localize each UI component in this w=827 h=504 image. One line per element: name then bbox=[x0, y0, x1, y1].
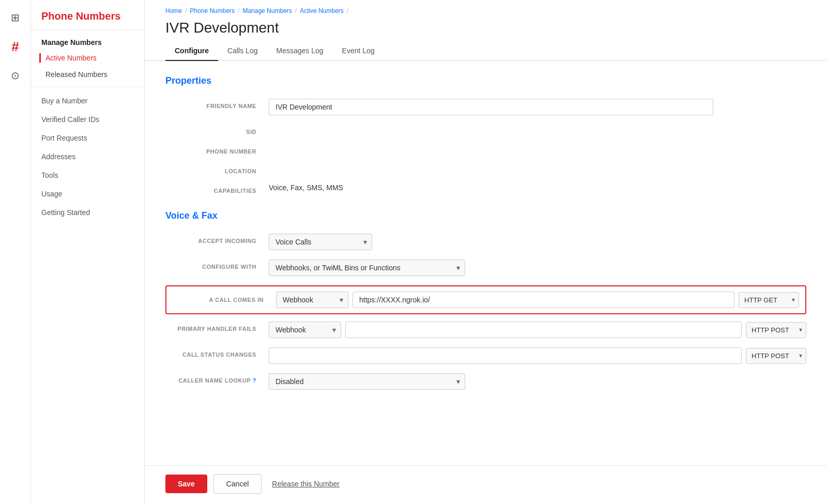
location-label: LOCATION bbox=[165, 164, 269, 174]
call-comes-in-label: A CALL COMES IN bbox=[173, 297, 276, 303]
accept-incoming-label: ACCEPT INCOMING bbox=[165, 234, 269, 244]
capabilities-label: CAPABILITIES bbox=[165, 184, 269, 194]
configure-with-select[interactable]: Webhooks, or TwiML Bins or Functions Twi… bbox=[269, 259, 465, 276]
sidebar-item-released-numbers[interactable]: Released Numbers bbox=[31, 66, 144, 83]
call-status-row: CALL STATUS CHANGES HTTP POST HTTP GET bbox=[165, 347, 806, 364]
breadcrumb-active-numbers[interactable]: Active Numbers bbox=[300, 7, 344, 14]
grid-icon[interactable]: ⊞ bbox=[6, 8, 25, 27]
caller-name-help-icon[interactable]: ? bbox=[253, 377, 256, 384]
call-status-http-select[interactable]: HTTP POST HTTP GET bbox=[746, 348, 806, 364]
breadcrumb-sep3: / bbox=[295, 7, 297, 14]
primary-handler-http-select[interactable]: HTTP POST HTTP GET bbox=[746, 322, 806, 338]
primary-handler-label: PRIMARY HANDLER FAILS bbox=[165, 322, 269, 332]
configure-with-label: CONFIGURE WITH bbox=[165, 259, 269, 270]
icon-bar: ⊞ # ⊙ bbox=[0, 0, 31, 504]
breadcrumb-home[interactable]: Home bbox=[165, 7, 182, 14]
breadcrumb-phone-numbers[interactable]: Phone Numbers bbox=[190, 7, 235, 14]
call-comes-in-controls: Webhook TwiML Bin Function Studio Flow H… bbox=[276, 292, 799, 308]
accept-incoming-select-wrapper: Voice Calls Fax Only Voice & Fax bbox=[269, 234, 372, 250]
primary-handler-row: PRIMARY HANDLER FAILS Webhook TwiML Bin … bbox=[165, 322, 806, 338]
accept-incoming-select[interactable]: Voice Calls Fax Only Voice & Fax bbox=[269, 234, 372, 250]
properties-section: Properties FRIENDLY NAME SID PHONE NUMBE… bbox=[165, 75, 806, 194]
call-comes-in-row: A CALL COMES IN Webhook TwiML Bin Functi… bbox=[165, 285, 806, 314]
sidebar: Phone Numbers Manage Numbers Active Numb… bbox=[31, 0, 145, 504]
configure-with-value: Webhooks, or TwiML Bins or Functions Twi… bbox=[269, 259, 713, 276]
save-button[interactable]: Save bbox=[165, 475, 207, 493]
sidebar-item-buy-number[interactable]: Buy a Number bbox=[31, 91, 144, 110]
tab-calls-log[interactable]: Calls Log bbox=[218, 41, 267, 61]
tab-configure[interactable]: Configure bbox=[165, 41, 218, 61]
capabilities-text: Voice, Fax, SMS, MMS bbox=[269, 179, 343, 196]
breadcrumb-manage-numbers[interactable]: Manage Numbers bbox=[242, 7, 292, 14]
call-status-http-wrapper: HTTP POST HTTP GET bbox=[746, 348, 806, 364]
breadcrumb-sep4: / bbox=[347, 7, 348, 14]
call-status-controls: HTTP POST HTTP GET bbox=[269, 347, 806, 364]
sidebar-item-tools[interactable]: Tools bbox=[31, 166, 144, 185]
properties-title: Properties bbox=[165, 75, 806, 86]
caller-name-row: CALLER NAME LOOKUP ? Disabled Enabled bbox=[165, 373, 806, 390]
caller-name-value: Disabled Enabled bbox=[269, 373, 713, 390]
call-comes-in-type-select[interactable]: Webhook TwiML Bin Function Studio Flow bbox=[276, 292, 348, 308]
accept-incoming-row: ACCEPT INCOMING Voice Calls Fax Only Voi… bbox=[165, 234, 806, 250]
call-status-url-input[interactable] bbox=[269, 347, 742, 364]
breadcrumb: Home / Phone Numbers / Manage Numbers / … bbox=[145, 0, 827, 17]
call-comes-in-http-select[interactable]: HTTP GET HTTP POST bbox=[739, 292, 799, 308]
sid-row: SID bbox=[165, 125, 806, 135]
release-number-button[interactable]: Release this Number bbox=[268, 475, 344, 493]
call-comes-in-http-wrapper: HTTP GET HTTP POST bbox=[739, 292, 799, 308]
configure-with-select-wrapper: Webhooks, or TwiML Bins or Functions Twi… bbox=[269, 259, 465, 276]
sidebar-item-verified-caller-ids[interactable]: Verified Caller IDs bbox=[31, 110, 144, 129]
button-bar: Save Cancel Release this Number bbox=[145, 465, 827, 504]
voice-fax-section: Voice & Fax ACCEPT INCOMING Voice Calls … bbox=[165, 210, 806, 390]
breadcrumb-sep2: / bbox=[238, 7, 239, 14]
sidebar-item-active-numbers[interactable]: Active Numbers bbox=[31, 50, 144, 66]
location-row: LOCATION bbox=[165, 164, 806, 174]
breadcrumb-sep1: / bbox=[185, 7, 187, 14]
tabs-bar: Configure Calls Log Messages Log Event L… bbox=[145, 41, 827, 61]
primary-handler-type-select[interactable]: Webhook TwiML Bin Function bbox=[269, 322, 341, 338]
sidebar-item-usage[interactable]: Usage bbox=[31, 185, 144, 203]
cancel-button[interactable]: Cancel bbox=[213, 474, 262, 494]
main-content: Home / Phone Numbers / Manage Numbers / … bbox=[145, 0, 827, 504]
phone-number-row: PHONE NUMBER bbox=[165, 144, 806, 155]
sidebar-item-port-requests[interactable]: Port Requests bbox=[31, 129, 144, 147]
friendly-name-label: FRIENDLY NAME bbox=[165, 99, 269, 109]
capabilities-value: Voice, Fax, SMS, MMS bbox=[269, 184, 713, 192]
caller-name-label: CALLER NAME LOOKUP ? bbox=[165, 373, 269, 384]
call-comes-in-type-wrapper: Webhook TwiML Bin Function Studio Flow bbox=[276, 292, 348, 308]
dots-icon[interactable]: ⊙ bbox=[6, 66, 25, 85]
caller-name-select[interactable]: Disabled Enabled bbox=[269, 373, 465, 390]
page-title: IVR Development bbox=[145, 17, 827, 41]
sidebar-item-getting-started[interactable]: Getting Started bbox=[31, 203, 144, 222]
sidebar-header: Phone Numbers bbox=[31, 0, 144, 30]
sidebar-item-manage-numbers[interactable]: Manage Numbers bbox=[31, 30, 144, 50]
caller-name-select-wrapper: Disabled Enabled bbox=[269, 373, 465, 390]
primary-handler-http-wrapper: HTTP POST HTTP GET bbox=[746, 322, 806, 338]
call-comes-in-url-input[interactable] bbox=[353, 292, 734, 308]
primary-handler-type-wrapper: Webhook TwiML Bin Function bbox=[269, 322, 341, 338]
primary-handler-url-input[interactable] bbox=[345, 322, 742, 338]
tab-messages-log[interactable]: Messages Log bbox=[267, 41, 332, 61]
call-status-label: CALL STATUS CHANGES bbox=[165, 347, 269, 358]
friendly-name-input[interactable] bbox=[269, 99, 713, 115]
accept-incoming-value: Voice Calls Fax Only Voice & Fax bbox=[269, 234, 713, 250]
sidebar-item-addresses[interactable]: Addresses bbox=[31, 147, 144, 166]
phone-number-label: PHONE NUMBER bbox=[165, 144, 269, 155]
sid-label: SID bbox=[165, 125, 269, 135]
configure-with-row: CONFIGURE WITH Webhooks, or TwiML Bins o… bbox=[165, 259, 806, 276]
hash-icon[interactable]: # bbox=[6, 37, 25, 56]
configure-content: Properties FRIENDLY NAME SID PHONE NUMBE… bbox=[145, 61, 827, 465]
friendly-name-value bbox=[269, 99, 713, 115]
tab-event-log[interactable]: Event Log bbox=[333, 41, 384, 61]
friendly-name-row: FRIENDLY NAME bbox=[165, 99, 806, 115]
capabilities-row: CAPABILITIES Voice, Fax, SMS, MMS bbox=[165, 184, 806, 194]
primary-handler-controls: Webhook TwiML Bin Function HTTP POST HTT… bbox=[269, 322, 806, 338]
voice-fax-title: Voice & Fax bbox=[165, 210, 806, 221]
